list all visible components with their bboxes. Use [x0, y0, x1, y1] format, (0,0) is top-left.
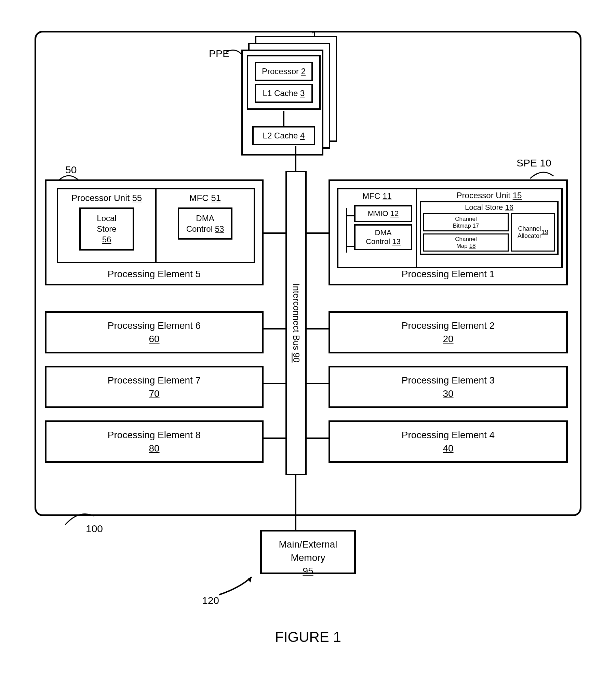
processing-element-5: Processor Unit 55 LocalStore56 MFC 51 DM… — [45, 179, 264, 285]
arrow-120 — [219, 574, 260, 598]
arc-100 — [65, 509, 96, 526]
arc-spe — [530, 167, 554, 181]
line-spe-bus — [307, 232, 329, 234]
external-memory: Main/ExternalMemory95 — [260, 530, 356, 574]
pe5-footer: Processing Element 5 — [46, 269, 262, 280]
spe-ls-left-col: ChannelBitmap 17 ChannelMap 18 — [423, 213, 509, 252]
pe5-mfc-title: MFC 51 — [160, 193, 250, 203]
ref-spe: SPE 10 — [517, 157, 551, 169]
spe-mfc-bracket-h1 — [346, 215, 354, 216]
pe5-mfc: MFC 51 DMAControl 53 — [157, 189, 254, 262]
pe5-pu-title: Processor Unit 55 — [62, 193, 152, 203]
pe2: Processing Element 220 — [329, 311, 568, 353]
line-pe5-bus — [264, 232, 285, 234]
pe5-processor-unit: Processor Unit 55 LocalStore56 — [58, 189, 157, 262]
spe-processor-unit: Processor Unit 15 Local Store 16 Channel… — [417, 189, 561, 267]
spe-ls-title: Local Store 16 — [423, 203, 555, 212]
channel-bitmap: ChannelBitmap 17 — [423, 213, 509, 231]
spe-local-store: Local Store 16 ChannelBitmap 17 ChannelM… — [420, 201, 559, 255]
figure-caption: FIGURE 1 — [14, 629, 602, 645]
pe4: Processing Element 440 — [329, 420, 568, 463]
ppe-stack: Processor 2 L1 Cache 3 L2 Cache 4 — [241, 36, 337, 156]
line-pe3-bus — [307, 383, 329, 384]
spe-mmio: MMIO 12 — [354, 205, 412, 222]
spe-ls-grid: ChannelBitmap 17 ChannelMap 18 ChannelAl… — [423, 213, 555, 252]
l2-cache-box: L2 Cache 4 — [252, 126, 315, 145]
pe6: Processing Element 660 — [45, 311, 264, 353]
spe-footer: Processing Element 1 — [330, 269, 566, 280]
interconnect-bus: Interconnect Bus 90 — [285, 171, 307, 475]
ref-120: 120 — [202, 595, 219, 606]
ppe-inner-line — [283, 111, 284, 126]
spe-pu-title: Processor Unit 15 — [420, 191, 559, 200]
line-pe2-bus — [307, 328, 329, 329]
pe7: Processing Element 770 — [45, 366, 264, 408]
spe-inner: MFC 11 MMIO 12 DMAControl 13 Processor U… — [337, 188, 563, 268]
line-pe6-bus — [264, 328, 285, 329]
pe5-local-store: LocalStore56 — [79, 207, 134, 251]
line-ppe-to-bus — [295, 146, 296, 171]
line-pe7-bus — [264, 383, 285, 384]
line-pe4-bus — [307, 438, 329, 439]
processor-box: Processor 2 — [255, 62, 313, 81]
line-pe8-bus — [264, 438, 285, 439]
spe-dma: DMAControl 13 — [354, 224, 412, 250]
l1-cache-box: L1 Cache 3 — [255, 84, 313, 103]
ppe-front: Processor 2 L1 Cache 3 L2 Cache 4 — [241, 50, 323, 156]
processing-element-1: MFC 11 MMIO 12 DMAControl 13 Processor U… — [329, 179, 568, 285]
spe-mfc: MFC 11 MMIO 12 DMAControl 13 — [338, 189, 417, 267]
channel-allocator: ChannelAllocator 19 — [511, 213, 555, 252]
pe8: Processing Element 880 — [45, 420, 264, 463]
spe-mfc-bracket-h2 — [346, 246, 354, 247]
pe3: Processing Element 330 — [329, 366, 568, 408]
line-bus-to-mem — [295, 475, 296, 530]
ppe-cpu-cache-group: Processor 2 L1 Cache 3 — [247, 55, 321, 110]
pe5-inner: Processor Unit 55 LocalStore56 MFC 51 DM… — [57, 188, 255, 263]
pe5-dma: DMAControl 53 — [178, 207, 232, 240]
diagram-canvas: 1 PPE Processor 2 L1 Cache 3 L2 Cache 4 … — [14, 14, 602, 656]
spe-mfc-title: MFC 11 — [340, 191, 414, 201]
channel-map: ChannelMap 18 — [423, 233, 509, 252]
bus-label: Interconnect Bus 90 — [291, 283, 302, 362]
